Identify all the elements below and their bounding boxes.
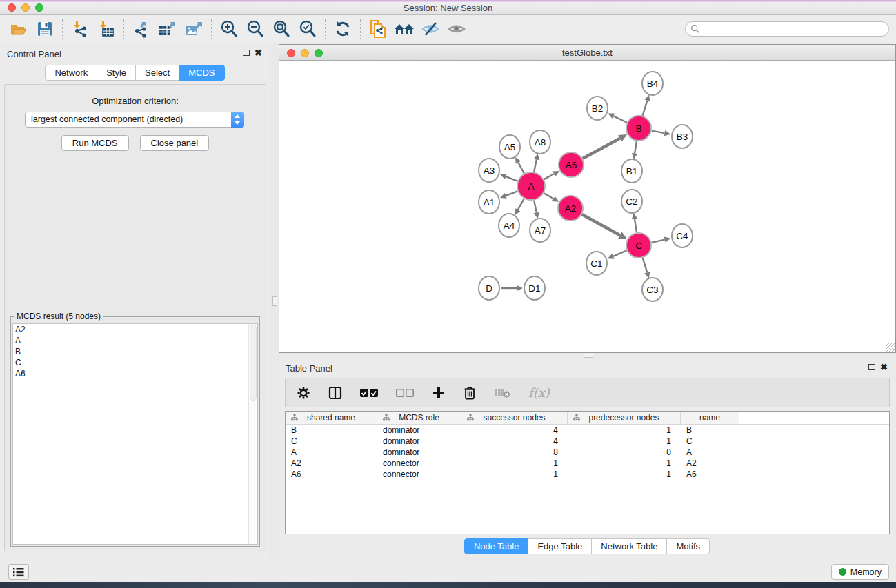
table-cell[interactable]: connector	[377, 458, 461, 469]
graph-edge-B-B3[interactable]	[652, 131, 665, 134]
table-row[interactable]: A6connector11A6	[286, 469, 889, 480]
column-header-MCDS-role[interactable]: MCDS role	[377, 412, 461, 424]
graph-edge-A-A4[interactable]	[518, 199, 524, 210]
home-layout-button[interactable]	[391, 18, 417, 40]
graph-edge-C-C1[interactable]	[613, 250, 627, 256]
tab-edge-table[interactable]: Edge Table	[528, 538, 592, 554]
show-eye-button[interactable]	[444, 18, 470, 40]
save-session-button[interactable]	[32, 18, 58, 40]
graph-edge-A-A7[interactable]	[534, 201, 537, 213]
table-cell[interactable]: A6	[286, 469, 377, 480]
table-cell[interactable]: 1	[568, 436, 681, 447]
function-builder-button[interactable]: f(x)	[528, 385, 550, 400]
tab-network[interactable]: Network	[45, 65, 97, 81]
tab-node-table[interactable]: Node Table	[464, 538, 529, 554]
table-cell[interactable]: 1	[461, 469, 568, 480]
graph-edge-A6-B[interactable]	[583, 139, 620, 159]
unselect-all-columns-button[interactable]	[396, 388, 414, 398]
tab-select[interactable]: Select	[135, 65, 179, 81]
delete-table-button[interactable]	[494, 387, 510, 398]
export-image-button[interactable]	[181, 18, 207, 40]
delete-column-button[interactable]	[464, 385, 476, 400]
zoom-selected-button[interactable]	[295, 18, 321, 40]
column-header-successor-nodes[interactable]: successor nodes	[461, 412, 568, 424]
table-row[interactable]: Cdominator41C	[286, 436, 889, 447]
clone-network-button[interactable]	[365, 18, 391, 40]
close-panel-icon[interactable]: ✖	[255, 48, 262, 58]
graph-edge-A-A3[interactable]	[506, 176, 517, 181]
close-panel-button[interactable]: Close panel	[140, 135, 210, 151]
table-cell[interactable]: 1	[568, 458, 681, 469]
table-cell[interactable]: 1	[568, 469, 681, 480]
horizontal-split-handle[interactable]	[584, 354, 593, 358]
mcds-result-list[interactable]: A2ABCA6	[12, 323, 258, 545]
table-cell[interactable]: 8	[461, 447, 568, 458]
search-input[interactable]	[704, 24, 876, 34]
table-cell[interactable]: A	[681, 447, 739, 458]
mcds-result-item[interactable]: A2	[13, 324, 257, 335]
select-all-columns-button[interactable]	[360, 388, 378, 398]
tab-mcds[interactable]: MCDS	[179, 65, 224, 81]
mcds-result-item[interactable]: A	[13, 335, 257, 346]
graph-edge-A-A1[interactable]	[506, 191, 517, 195]
table-cell[interactable]: A2	[286, 458, 377, 469]
table-cell[interactable]: A2	[681, 458, 739, 469]
table-cell[interactable]: B	[286, 425, 377, 436]
float-panel-icon[interactable]	[868, 364, 875, 370]
split-columns-button[interactable]	[328, 386, 342, 400]
table-cell[interactable]: dominator	[377, 436, 461, 447]
vertical-split-handle[interactable]	[272, 296, 277, 306]
mcds-result-item[interactable]: A6	[13, 368, 257, 379]
graph-edge-C-C4[interactable]	[652, 240, 665, 243]
zoom-fit-button[interactable]	[268, 18, 295, 40]
table-cell[interactable]: 0	[568, 447, 681, 458]
table-cell[interactable]: dominator	[377, 447, 461, 458]
mcds-result-item[interactable]: C	[13, 357, 257, 368]
zoom-out-button[interactable]	[242, 18, 268, 40]
graph-edge-A2-C[interactable]	[582, 214, 620, 235]
table-cell[interactable]: 4	[461, 425, 568, 436]
graph-edge-B-B4[interactable]	[643, 101, 648, 116]
tab-network-table[interactable]: Network Table	[591, 538, 667, 554]
criterion-dropdown[interactable]: largest connected component (directed)	[25, 112, 244, 128]
refresh-button[interactable]	[330, 18, 356, 40]
float-panel-icon[interactable]	[243, 50, 250, 56]
network-window-titlebar[interactable]: testGlobe.txt	[279, 45, 895, 61]
table-cell[interactable]: connector	[377, 469, 461, 480]
table-cell[interactable]: C	[681, 436, 739, 447]
column-header-predecessor-nodes[interactable]: predecessor nodes	[568, 412, 681, 424]
mcds-scrollbar[interactable]	[248, 324, 257, 544]
graph-edge-A-A8[interactable]	[534, 159, 537, 172]
table-cell[interactable]: 4	[461, 436, 568, 447]
export-network-button[interactable]	[128, 18, 155, 40]
open-file-button[interactable]	[6, 18, 32, 40]
table-cell[interactable]: dominator	[377, 425, 461, 436]
graph-edge-A-A5[interactable]	[518, 163, 524, 174]
graph-edge-C-C2[interactable]	[635, 219, 637, 233]
search-field[interactable]	[685, 21, 889, 37]
settings-gear-button[interactable]	[297, 386, 310, 400]
tab-style[interactable]: Style	[97, 65, 136, 81]
table-row[interactable]: Adominator80A	[286, 447, 889, 458]
hide-vizmapper-button[interactable]	[417, 18, 444, 40]
show-panels-list-button[interactable]	[8, 564, 29, 580]
tab-motifs[interactable]: Motifs	[666, 538, 710, 554]
table-cell[interactable]: 1	[461, 458, 568, 469]
graph-edge-A-A2[interactable]	[544, 193, 553, 199]
resize-grip-icon[interactable]	[886, 343, 895, 352]
run-mcds-button[interactable]: Run MCDS	[61, 135, 129, 151]
table-cell[interactable]: A	[286, 447, 377, 458]
close-panel-icon[interactable]: ✖	[880, 362, 888, 372]
table-row[interactable]: A2connector11A2	[286, 458, 889, 469]
network-canvas[interactable]: B4B2BB3A8A5A6A3B1AA1C2A2A4A7C4CC1C3DD1	[279, 61, 895, 352]
import-table-button[interactable]	[93, 18, 119, 40]
graph-edge-A-A6[interactable]	[544, 174, 555, 179]
column-header-shared-name[interactable]: shared name	[286, 412, 377, 424]
node-table[interactable]: shared nameMCDS rolesuccessor nodesprede…	[285, 411, 890, 534]
graph-edge-B-B2[interactable]	[613, 116, 626, 122]
zoom-in-button[interactable]	[216, 18, 242, 40]
mcds-result-item[interactable]: B	[13, 346, 257, 357]
memory-button[interactable]: Memory	[831, 564, 889, 580]
table-row[interactable]: Bdominator41B	[286, 425, 889, 436]
import-network-button[interactable]	[67, 18, 93, 40]
